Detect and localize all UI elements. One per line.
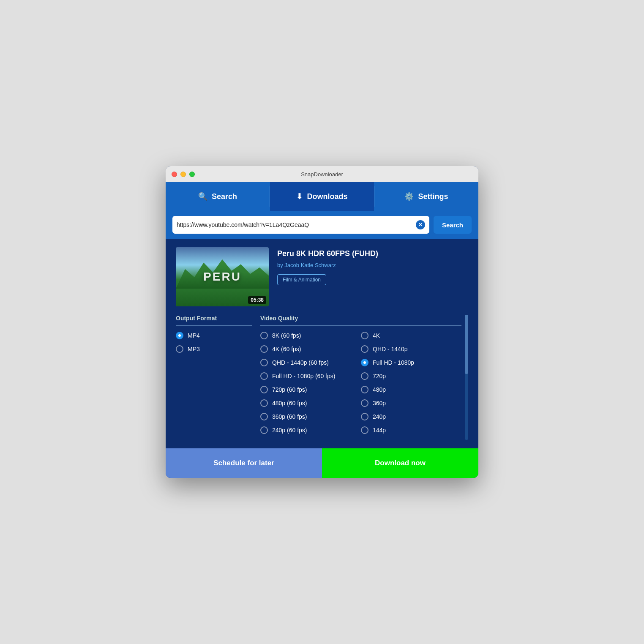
format-mp4-item[interactable]: MP4 [176, 332, 252, 339]
nav-bar: 🔍 Search ⬇ Downloads ⚙️ Settings [166, 182, 478, 211]
radio-360p[interactable] [361, 399, 368, 407]
options-columns: Output Format MP4 MP3 Video Quality [176, 315, 461, 440]
quality-left: 8K (60 fps) 4K (60 fps) QHD - 1440p (60 … [260, 332, 361, 440]
nav-settings-label: Settings [418, 192, 448, 201]
radio-720p[interactable] [361, 372, 368, 380]
quality-480p[interactable]: 480p [361, 386, 461, 393]
quality-144p[interactable]: 144p [361, 426, 461, 434]
gear-icon: ⚙️ [404, 192, 414, 201]
label-720p: 720p [373, 373, 386, 379]
quality-label: Video Quality [260, 315, 461, 326]
schedule-button[interactable]: Schedule for later [166, 448, 322, 478]
url-input[interactable] [177, 221, 416, 228]
duration-badge: 05:38 [248, 296, 266, 304]
label-360p: 360p [373, 400, 386, 407]
quality-360p60[interactable]: 360p (60 fps) [260, 413, 361, 420]
format-mp3-item[interactable]: MP3 [176, 345, 252, 353]
radio-4k[interactable] [361, 332, 368, 339]
options-row: Output Format MP4 MP3 Video Quality [176, 315, 468, 440]
quality-qhd[interactable]: QHD - 1440p [361, 345, 461, 353]
label-fhd60: Full HD - 1080p (60 fps) [272, 373, 335, 379]
search-bar: ✕ Search [166, 211, 478, 239]
label-4k60: 4K (60 fps) [272, 346, 301, 352]
quality-fhd[interactable]: Full HD - 1080p [361, 359, 461, 366]
quality-4k[interactable]: 4K [361, 332, 461, 339]
label-480p60: 480p (60 fps) [272, 400, 307, 407]
radio-144p[interactable] [361, 426, 368, 434]
label-fhd: Full HD - 1080p [373, 359, 414, 366]
scrollbar-thumb[interactable] [465, 315, 468, 374]
video-title: Peru 8K HDR 60FPS (FUHD) [277, 249, 378, 259]
minimize-button[interactable] [180, 172, 186, 177]
format-mp4-label: MP4 [188, 332, 200, 339]
label-240p60: 240p (60 fps) [272, 427, 307, 434]
format-label: Output Format [176, 315, 252, 326]
radio-360p60[interactable] [260, 413, 268, 420]
url-input-container: ✕ [172, 216, 429, 234]
video-info: PERU 05:38 Peru 8K HDR 60FPS (FUHD) by J… [176, 247, 468, 306]
thumbnail-container: PERU 05:38 [176, 247, 269, 306]
category-tag[interactable]: Film & Animation [277, 274, 326, 285]
quality-8k60[interactable]: 8K (60 fps) [260, 332, 361, 339]
download-icon: ⬇ [296, 192, 303, 201]
search-icon: 🔍 [198, 192, 207, 201]
radio-fhd60[interactable] [260, 372, 268, 380]
scrollbar[interactable] [465, 315, 468, 440]
radio-720p60[interactable] [260, 386, 268, 393]
quality-720p[interactable]: 720p [361, 372, 461, 380]
traffic-lights [172, 172, 195, 177]
video-details: Peru 8K HDR 60FPS (FUHD) by Jacob Katie … [277, 247, 378, 306]
quality-360p[interactable]: 360p [361, 399, 461, 407]
radio-qhd[interactable] [361, 345, 368, 353]
label-qhd60: QHD - 1440p (60 fps) [272, 359, 329, 366]
title-bar: SnapDownloader [166, 166, 478, 182]
quality-fhd60[interactable]: Full HD - 1080p (60 fps) [260, 372, 361, 380]
format-mp3-radio[interactable] [176, 345, 183, 353]
label-4k: 4K [373, 332, 380, 339]
main-content: Output Format MP4 MP3 Video Quality [176, 315, 461, 440]
label-360p60: 360p (60 fps) [272, 413, 307, 420]
quality-qhd60[interactable]: QHD - 1440p (60 fps) [260, 359, 361, 366]
download-button[interactable]: Download now [322, 448, 478, 478]
label-8k60: 8K (60 fps) [272, 332, 301, 339]
nav-search-label: Search [212, 192, 237, 201]
quality-720p60[interactable]: 720p (60 fps) [260, 386, 361, 393]
radio-fhd[interactable] [361, 359, 368, 366]
radio-qhd60[interactable] [260, 359, 268, 366]
radio-4k60[interactable] [260, 345, 268, 353]
content-area: PERU 05:38 Peru 8K HDR 60FPS (FUHD) by J… [166, 239, 478, 448]
nav-settings[interactable]: ⚙️ Settings [374, 182, 478, 211]
radio-240p60[interactable] [260, 426, 268, 434]
format-mp4-radio[interactable] [176, 332, 183, 339]
quality-240p60[interactable]: 240p (60 fps) [260, 426, 361, 434]
nav-downloads-label: Downloads [307, 192, 347, 201]
label-480p: 480p [373, 386, 386, 393]
quality-right: 4K QHD - 1440p Full HD - 1080p [361, 332, 461, 440]
quality-240p[interactable]: 240p [361, 413, 461, 420]
quality-4k60[interactable]: 4K (60 fps) [260, 345, 361, 353]
radio-480p60[interactable] [260, 399, 268, 407]
quality-480p60[interactable]: 480p (60 fps) [260, 399, 361, 407]
format-column: Output Format MP4 MP3 [176, 315, 260, 440]
radio-8k60[interactable] [260, 332, 268, 339]
quality-grid: 8K (60 fps) 4K (60 fps) QHD - 1440p (60 … [260, 332, 461, 440]
format-mp3-label: MP3 [188, 346, 200, 352]
close-button[interactable] [172, 172, 177, 177]
quality-column: Video Quality 8K (60 fps) 4K (60 fps) [260, 315, 461, 440]
radio-480p[interactable] [361, 386, 368, 393]
thumbnail-text: PERU [203, 270, 241, 284]
clear-button[interactable]: ✕ [416, 220, 425, 229]
label-qhd: QHD - 1440p [373, 346, 407, 352]
video-author: by Jacob Katie Schwarz [277, 262, 378, 268]
label-144p: 144p [373, 427, 386, 434]
search-button[interactable]: Search [434, 216, 472, 234]
footer: Schedule for later Download now [166, 448, 478, 478]
radio-240p[interactable] [361, 413, 368, 420]
label-240p: 240p [373, 413, 386, 420]
nav-downloads[interactable]: ⬇ Downloads [270, 182, 374, 211]
maximize-button[interactable] [189, 172, 195, 177]
app-window: SnapDownloader 🔍 Search ⬇ Downloads ⚙️ S… [166, 166, 478, 478]
label-720p60: 720p (60 fps) [272, 386, 307, 393]
window-title: SnapDownloader [301, 171, 343, 177]
nav-search[interactable]: 🔍 Search [166, 182, 270, 211]
